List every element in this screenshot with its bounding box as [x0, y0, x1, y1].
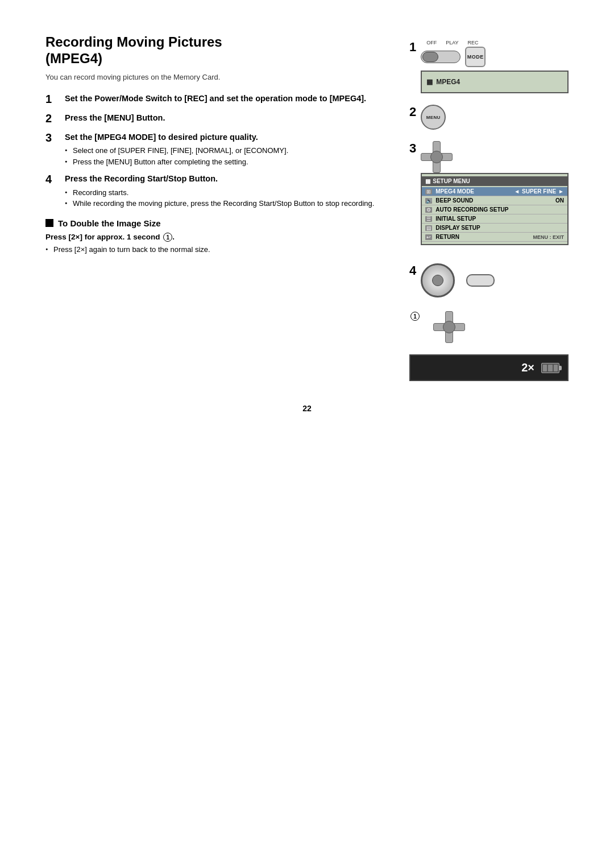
- menu-row-6-label: RETURN: [435, 234, 530, 240]
- dpad-down: [433, 162, 441, 173]
- dpad-center-2: [443, 321, 455, 333]
- step-2-content: Press the [MENU] Button.: [65, 112, 387, 126]
- press-instruction: Press [2×] for approx. 1 second 1.: [45, 233, 387, 242]
- switch-labels: OFF PLAY REC: [426, 40, 478, 46]
- left-column: Recording Moving Pictures (MPEG4) You ca…: [45, 34, 387, 381]
- page: Recording Moving Pictures (MPEG4) You ca…: [0, 0, 614, 868]
- menu-row-1-arrow-left: ◄: [514, 188, 520, 195]
- black-square-icon: [45, 219, 53, 227]
- setup-menu-row-1: ⊞ MPEG4 MODE ◄ SUPER FINE ►: [422, 187, 567, 196]
- step-3-bullets: Select one of [SUPER FINE], [FINE], [NOR…: [65, 145, 387, 167]
- menu-row-3-label: AUTO RECORDING SETUP: [435, 206, 564, 213]
- setup-menu-row-4: ☰ INITIAL SETUP: [422, 214, 567, 224]
- double-image-title: To Double the Image Size: [58, 218, 161, 228]
- step-2: 2 Press the [MENU] Button.: [45, 112, 387, 126]
- right-column: 1 OFF PLAY REC: [409, 34, 569, 381]
- dpad-diagram: [421, 141, 453, 173]
- battery-bar-3: [554, 365, 558, 371]
- menu-row-4-icon: ☰: [425, 216, 432, 222]
- step-1-number: 1: [45, 93, 61, 105]
- right-step-1-content: OFF PLAY REC MODE: [421, 40, 569, 93]
- right-step-2-row: 2 MENU: [409, 105, 569, 130]
- step-2-number: 2: [45, 112, 61, 125]
- right-circled-1-icon: 1: [410, 312, 420, 321]
- double-image-section: To Double the Image Size Press [2×] for …: [45, 218, 387, 255]
- menu-button-diagram-label: MENU: [426, 115, 441, 120]
- mode-button-label: MODE: [467, 54, 484, 60]
- right-step-1-number: 1: [409, 40, 416, 55]
- right-step-4-row: 4: [409, 263, 569, 297]
- page-title: Recording Moving Pictures (MPEG4): [45, 34, 387, 67]
- right-circled-1: 1: [409, 311, 425, 321]
- menu-row-3-icon: ⚙: [425, 207, 432, 213]
- record-area: [421, 263, 569, 297]
- right-step-circle1-content: [433, 311, 569, 343]
- battery-bar-2: [548, 365, 552, 371]
- step-2-title: Press the [MENU] Button.: [65, 112, 387, 123]
- page-subtitle: You can record moving pictures on the Me…: [45, 73, 387, 81]
- step-1-title: Set the Power/Mode Switch to [REC] and s…: [65, 93, 387, 104]
- menu-row-1-value: SUPER FINE: [522, 188, 556, 195]
- right-step-circle1-row: 1: [409, 311, 569, 343]
- setup-menu-header-text: SETUP MENU: [433, 178, 470, 184]
- setup-menu: ▦ SETUP MENU ⊞ MPEG4 MODE ◄ SUPER FINE ►: [421, 173, 569, 245]
- step-4-title: Press the Recording Start/Stop Button.: [65, 173, 387, 184]
- mode-button: MODE: [465, 47, 486, 67]
- double-image-bullet-1: Press [2×] again to turn back to the nor…: [45, 244, 387, 255]
- right-step-2-number: 2: [409, 105, 416, 119]
- page-number: 22: [45, 404, 569, 413]
- double-image-header: To Double the Image Size: [45, 218, 387, 228]
- menu-row-5-icon: ▤: [425, 225, 432, 231]
- content-area: Recording Moving Pictures (MPEG4) You ca…: [45, 34, 569, 381]
- step-4-content: Press the Recording Start/Stop Button. R…: [65, 173, 387, 209]
- dpad-area-2: [433, 311, 569, 343]
- right-step-3-content: ▦ SETUP MENU ⊞ MPEG4 MODE ◄ SUPER FINE ►: [421, 141, 569, 245]
- battery-bar-1: [543, 365, 547, 371]
- menu-row-1-arrow-right: ►: [558, 188, 564, 195]
- right-step-2-content: MENU: [421, 105, 569, 130]
- switch-body: [421, 51, 460, 63]
- step-4: 4 Press the Recording Start/Stop Button.…: [45, 173, 387, 209]
- step-1: 1 Set the Power/Mode Switch to [REC] and…: [45, 93, 387, 106]
- battery-tip: [559, 366, 562, 370]
- record-dial-inner: [432, 275, 443, 286]
- dpad-area: [421, 141, 569, 173]
- switch-diagram: OFF PLAY REC MODE: [421, 40, 486, 67]
- step-3-number: 3: [45, 131, 61, 144]
- menu-row-4-label: INITIAL SETUP: [435, 216, 564, 222]
- step-3-bullet-2: Press the [MENU] Button after completing…: [65, 156, 387, 168]
- right-step-3-number: 3: [409, 141, 416, 156]
- step-4-bullet-1: Recording starts.: [65, 187, 387, 199]
- switch-knob: [422, 52, 438, 62]
- dpad-right: [441, 153, 453, 161]
- menu-row-5-label: DISPLAY SETUP: [435, 225, 564, 231]
- zoom-label: 2×: [521, 361, 534, 374]
- record-button: [466, 274, 495, 287]
- dpad-right-2: [454, 323, 465, 331]
- mpeg4-screen: ▦ MPEG4: [421, 71, 569, 93]
- menu-row-1-icon: ⊞: [425, 189, 432, 195]
- step-4-bullets: Recording starts. While recording the mo…: [65, 187, 387, 209]
- setup-menu-row-3: ⚙ AUTO RECORDING SETUP: [422, 205, 567, 214]
- battery-icon: [541, 363, 559, 373]
- menu-row-6-value: MENU : EXIT: [533, 234, 564, 240]
- zoom-screen: 2×: [409, 354, 569, 381]
- menu-row-6-icon: ↩: [425, 234, 432, 240]
- menu-row-2-label: BEEP SOUND: [435, 197, 553, 204]
- step-1-content: Set the Power/Mode Switch to [REC] and s…: [65, 93, 387, 106]
- mpeg4-screen-icon: ▦: [426, 78, 433, 86]
- dpad-diagram-2: [433, 311, 465, 343]
- setup-menu-row-2: 🔊 BEEP SOUND ON: [422, 196, 567, 205]
- menu-row-2-value: ON: [555, 197, 564, 204]
- mpeg4-screen-text: MPEG4: [436, 78, 460, 86]
- step-4-bullet-2: While recording the moving picture, pres…: [65, 198, 387, 209]
- dpad-center: [430, 151, 443, 163]
- menu-row-1-label: MPEG4 MODE: [435, 188, 512, 195]
- right-step-4-number: 4: [409, 263, 416, 278]
- setup-menu-header: ▦ SETUP MENU: [422, 176, 567, 186]
- dpad-down-2: [445, 332, 453, 343]
- step-3-title: Set the [MPEG4 MODE] to desired picture …: [65, 131, 387, 143]
- switch-label-rec: REC: [468, 40, 479, 46]
- step-3: 3 Set the [MPEG4 MODE] to desired pictur…: [45, 131, 387, 167]
- setup-menu-row-5: ▤ DISPLAY SETUP: [422, 224, 567, 233]
